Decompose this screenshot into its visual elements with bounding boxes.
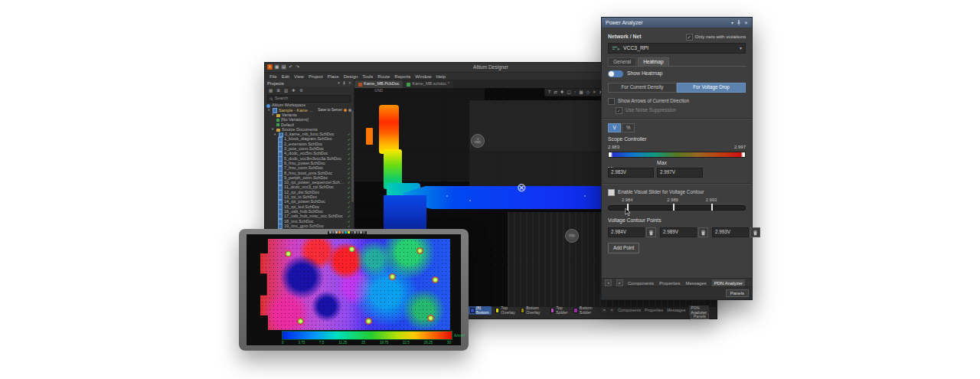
explorer-icon[interactable]: ▦	[268, 88, 273, 93]
open-project-icon[interactable]: ▥	[283, 88, 289, 93]
pin-icon[interactable]	[342, 81, 346, 86]
menu-item[interactable]: Edit	[279, 74, 292, 79]
panels-button[interactable]: Panels	[691, 314, 709, 319]
add-project-icon[interactable]: ⊞	[276, 88, 281, 93]
voltage-drop-button[interactable]: For Voltage Drop	[677, 83, 746, 93]
contour-point-field[interactable]: 2.993V	[712, 227, 749, 237]
status-dot-icon	[344, 109, 347, 112]
menu-item[interactable]: Route	[375, 74, 392, 79]
current-density-button[interactable]: For Current Density	[608, 83, 677, 93]
doc-tab-pcb[interactable]: Kame_MB.PcbDoc	[354, 80, 403, 88]
delete-point-button[interactable]	[750, 227, 760, 237]
canvas-tool-icon[interactable]: ↑	[574, 90, 577, 95]
search-input[interactable]: Search	[267, 95, 351, 103]
save-to-server-link[interactable]: Save to Server	[318, 109, 342, 113]
canvas-tool-icon[interactable]: ▢	[567, 90, 571, 95]
check-icon: ✓	[348, 220, 351, 224]
volts-button[interactable]: V	[608, 123, 621, 132]
refresh-icon[interactable]: ✚	[291, 88, 296, 93]
show-heatmap-toggle[interactable]	[608, 70, 623, 77]
settings-icon[interactable]: ⚙	[299, 88, 304, 93]
canvas-tool-icon[interactable]: ◇	[586, 90, 590, 95]
visual-slider-checkbox[interactable]: ✓ Enable Visual Slider for Voltage Conto…	[608, 189, 704, 196]
percent-button[interactable]: %	[622, 123, 635, 132]
tab-scroll-left-icon[interactable]: ◂	[605, 279, 612, 286]
panel-status-row: Panels	[602, 286, 752, 299]
checkbox-checked-icon[interactable]: ✓	[608, 189, 615, 196]
expand-arrow-icon[interactable]: ▾	[272, 113, 275, 117]
slider-marker[interactable]	[711, 204, 713, 211]
unit-buttons: V %	[608, 123, 635, 132]
tree-scrollbar[interactable]	[351, 110, 354, 202]
contour-point-field[interactable]: 2.989V	[660, 227, 697, 237]
menu-item[interactable]: Tools	[360, 74, 375, 79]
bottom-tab[interactable]: Properties	[645, 309, 663, 312]
canvas-tool-icon[interactable]: ⇄	[554, 90, 557, 95]
mini-layer-swatch	[332, 231, 335, 234]
tab-scroll-right-icon[interactable]: ▸	[616, 279, 623, 286]
violations-checkbox[interactable]: ✓ Only nets with violations	[686, 34, 746, 41]
panel-bottom-tab[interactable]: Messages	[685, 281, 706, 286]
panel-bottom-tab[interactable]: Properties	[659, 281, 680, 286]
max-field[interactable]: 2.997V	[657, 168, 703, 178]
mini-layer-swatch	[335, 231, 338, 234]
slider-value-label: 2.993	[706, 198, 717, 203]
menu-item[interactable]: Place	[325, 74, 341, 79]
dropdown-caret-icon[interactable]: ▾	[740, 46, 742, 51]
expand-arrow-icon[interactable]: ▾	[274, 133, 277, 137]
menu-item[interactable]: Reports	[392, 74, 413, 79]
scope-min-value: 2.983	[608, 145, 619, 149]
checkbox-checked-icon[interactable]: ✓	[686, 34, 693, 41]
panel-bottom-tab[interactable]: Components	[628, 281, 654, 286]
bottom-tab[interactable]: Messages	[667, 309, 685, 312]
scope-range-values: 2.983 2.997	[608, 145, 746, 149]
scale-tick-label: 11.25	[338, 341, 347, 345]
net-value: VCC3_RPI	[623, 46, 648, 51]
search-icon	[270, 97, 273, 101]
panels-button[interactable]: Panels	[726, 289, 749, 297]
contour-point-field[interactable]: 2.984V	[608, 227, 645, 237]
menu-item[interactable]: View	[292, 74, 306, 79]
menu-item[interactable]: File	[267, 74, 279, 79]
canvas-tool-icon[interactable]: ✚	[560, 90, 564, 95]
doc-tab-sch[interactable]: Kame_MB.schdoc *	[403, 80, 452, 88]
delete-point-button[interactable]	[646, 227, 656, 237]
voltage-contour-slider[interactable]: 2.9842.9892.993	[608, 198, 746, 214]
mounting-pad	[427, 315, 434, 322]
chevron-down-icon[interactable]: ▾	[338, 81, 340, 85]
check-icon: ✓	[348, 210, 351, 214]
menu-item[interactable]: Design	[341, 74, 361, 79]
add-point-button[interactable]: Add Point	[608, 243, 639, 253]
chevron-down-icon[interactable]: ▾	[731, 21, 733, 25]
menu-item[interactable]: Help	[434, 74, 448, 79]
net-icon	[612, 45, 620, 51]
pin-icon[interactable]	[737, 20, 741, 26]
canvas-tool-icon[interactable]: ✕	[593, 90, 596, 95]
menu-item[interactable]: Project	[306, 74, 325, 79]
tab-general[interactable]: General	[608, 57, 636, 66]
canvas-tool-icon[interactable]: T	[548, 90, 550, 95]
tab-heatmap[interactable]: Heatmap	[638, 57, 668, 66]
delete-point-button[interactable]	[698, 227, 708, 237]
tab-scroll-left-icon[interactable]: ◂	[602, 309, 606, 312]
close-icon[interactable]: ✕	[348, 81, 351, 85]
expand-arrow-icon[interactable]: ▾	[268, 109, 271, 113]
bottom-tab[interactable]: Components	[618, 309, 641, 312]
tab-scroll-right-icon[interactable]: ▸	[610, 309, 614, 312]
checkbox-checked-icon[interactable]: ✓	[616, 107, 622, 114]
canvas-tool-icon[interactable]: ▦	[580, 90, 583, 95]
checkbox-unchecked-icon[interactable]	[608, 98, 615, 105]
noise-suppression-checkbox[interactable]: ✓ Use Noise Suppression	[616, 107, 676, 114]
close-icon[interactable]: ✕	[744, 21, 748, 25]
expand-arrow-icon[interactable]: ▾	[272, 128, 275, 132]
panel-header[interactable]: Power Analyzer ▾ ✕	[602, 18, 752, 28]
scale-tick-label: 22.5	[403, 341, 410, 345]
net-dropdown[interactable]: VCC3_RPI ▾	[608, 43, 746, 54]
arrows-checkbox[interactable]: Show Arrows of Current Direction	[608, 98, 689, 105]
min-field[interactable]: 2.983V	[608, 168, 654, 178]
mounting-pad	[416, 247, 423, 254]
menu-item[interactable]: Window	[413, 74, 433, 79]
scope-gradient-slider[interactable]	[608, 152, 746, 158]
slider-marker[interactable]	[673, 204, 675, 211]
panel-bottom-tab[interactable]: PDN Analyzer	[712, 279, 745, 287]
